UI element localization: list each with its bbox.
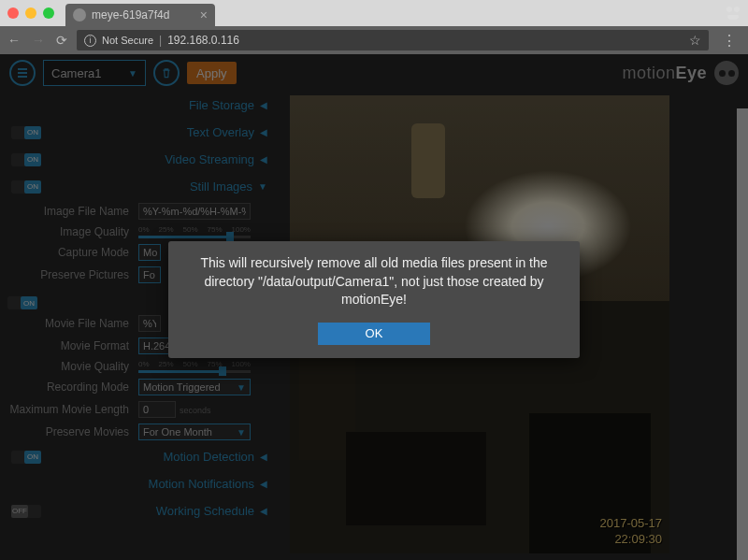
close-window[interactable]: [7, 7, 19, 19]
browser-menu-icon[interactable]: ⋮: [718, 32, 741, 50]
tab-title: meye-619a7f4d: [92, 8, 169, 22]
extension-icon[interactable]: [726, 7, 741, 20]
dialog-message: This will recursively remove all old med…: [185, 254, 563, 309]
address-bar: ← → ⟳ i Not Secure | 192.168.0.116 ☆ ⋮: [0, 26, 748, 54]
ok-button[interactable]: OK: [318, 323, 430, 345]
site-info-icon[interactable]: i: [84, 35, 96, 47]
tab-strip: meye-619a7f4d ×: [65, 0, 726, 26]
traffic-lights: [7, 7, 54, 19]
browser-tab[interactable]: meye-619a7f4d ×: [65, 4, 215, 26]
url-field[interactable]: i Not Secure | 192.168.0.116 ☆: [77, 30, 709, 50]
minimize-window[interactable]: [25, 7, 36, 19]
forward-icon: →: [32, 33, 45, 48]
reload-icon[interactable]: ⟳: [56, 33, 67, 48]
maximize-window[interactable]: [43, 7, 54, 19]
modal-overlay: This will recursively remove all old med…: [0, 54, 748, 560]
not-secure-label: Not Secure: [102, 35, 153, 46]
back-icon[interactable]: ←: [7, 33, 21, 48]
bookmark-icon[interactable]: ☆: [689, 33, 701, 48]
macos-titlebar: meye-619a7f4d ×: [0, 0, 748, 26]
close-tab-icon[interactable]: ×: [200, 8, 208, 22]
favicon: [73, 8, 86, 22]
url-text: 192.168.0.116: [167, 34, 239, 47]
confirm-dialog: This will recursively remove all old med…: [168, 241, 580, 358]
